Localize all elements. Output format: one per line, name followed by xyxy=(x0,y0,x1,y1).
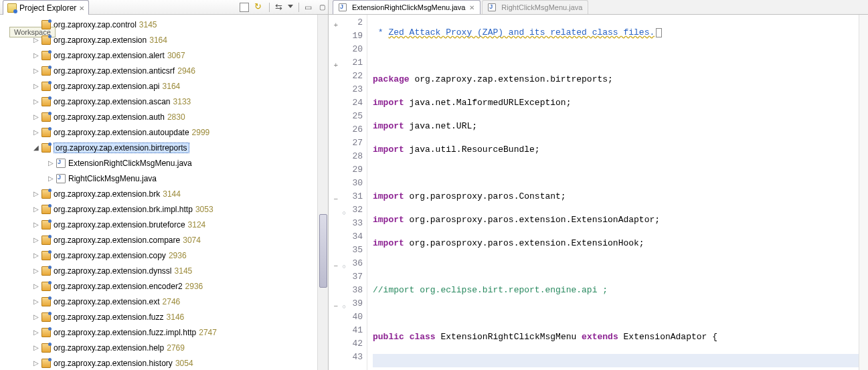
package-item[interactable]: org.zaproxy.zap.extension.anticsrf2946 xyxy=(0,63,328,78)
line-number: 28 xyxy=(329,150,363,163)
maximize-icon[interactable]: ▢ xyxy=(319,3,325,11)
package-item[interactable]: org.zaproxy.zap.extension.fuzz3146 xyxy=(0,309,328,325)
tab-extension-file[interactable]: ExtensionRightClickMsgMenu.java ✕ xyxy=(333,0,481,14)
collapse-all-icon[interactable] xyxy=(240,3,249,12)
tree-twist-icon[interactable] xyxy=(32,344,40,352)
project-tree[interactable]: org.zaproxy.zap.control3145org.zaproxy.z… xyxy=(0,15,328,370)
package-icon xyxy=(41,66,51,76)
annotation-icon xyxy=(339,260,346,266)
tree-twist-icon[interactable] xyxy=(32,252,40,260)
view-menu-icon[interactable] xyxy=(288,5,293,10)
package-item[interactable]: org.zaproxy.zap.extension.copy2936 xyxy=(0,248,328,263)
tab-label: ExtensionRightClickMsgMenu.java xyxy=(352,3,465,11)
tree-twist-icon[interactable] xyxy=(32,329,40,337)
close-icon[interactable]: ✕ xyxy=(79,5,84,12)
package-icon xyxy=(41,328,51,337)
tree-twist-icon[interactable] xyxy=(32,190,40,198)
item-revision: 3145 xyxy=(175,266,193,276)
package-item[interactable]: org.zaproxy.zap.extension.birtreports xyxy=(0,140,328,155)
link-editor-icon[interactable] xyxy=(254,3,264,12)
package-icon xyxy=(41,343,51,353)
tree-twist-icon[interactable] xyxy=(32,128,40,136)
item-revision: 2747 xyxy=(199,328,217,337)
package-icon xyxy=(41,82,51,91)
line-number: 40 xyxy=(329,310,363,324)
tree-twist-icon[interactable] xyxy=(47,175,55,183)
overview-ruler[interactable] xyxy=(859,15,868,370)
item-label: ExtensionRightClickMsgMenu.java xyxy=(68,159,192,168)
item-revision: 3053 xyxy=(195,205,213,214)
item-label: org.zaproxy.zap.extension.api xyxy=(54,82,160,91)
line-number: 21 xyxy=(329,56,363,70)
fold-toggle-icon[interactable] xyxy=(331,59,338,66)
item-label: org.zaproxy.zap.extension.help xyxy=(54,343,164,353)
line-number: 2 xyxy=(329,16,363,29)
fold-toggle-icon[interactable] xyxy=(331,300,338,306)
close-icon[interactable]: ✕ xyxy=(469,4,474,11)
java-file-icon xyxy=(488,3,496,11)
tree-twist-icon[interactable] xyxy=(32,313,40,321)
package-item[interactable]: org.zaproxy.zap.extension.history3054 xyxy=(0,355,328,370)
package-item[interactable]: org.zaproxy.zap.extension3164 xyxy=(0,32,328,48)
tree-twist-icon[interactable] xyxy=(32,52,40,60)
item-label: org.zaproxy.zap.extension.copy xyxy=(54,251,166,260)
package-item[interactable]: org.zaproxy.zap.extension.alert3067 xyxy=(0,48,328,63)
minimize-icon[interactable] xyxy=(305,3,314,12)
code-editor[interactable]: * Zed Attack Proxy (ZAP) and its related… xyxy=(367,15,868,370)
tree-twist-icon[interactable] xyxy=(47,159,55,167)
tree-twist-icon[interactable] xyxy=(32,67,40,75)
package-item[interactable]: org.zaproxy.zap.extension.encoder22936 xyxy=(0,278,328,294)
line-number: 35 xyxy=(329,244,363,257)
tree-twist-icon[interactable] xyxy=(32,98,40,106)
line-number: 29 xyxy=(329,163,363,177)
line-number: 26 xyxy=(329,123,363,136)
package-item[interactable]: org.zaproxy.zap.extension.ext2746 xyxy=(0,294,328,309)
tab-rightclick-file[interactable]: RightClickMsgMenu.java xyxy=(482,0,588,14)
fold-toggle-icon[interactable] xyxy=(331,193,338,199)
tree-twist-icon[interactable] xyxy=(32,298,40,306)
tree-twist-icon[interactable] xyxy=(32,82,40,90)
package-item[interactable]: org.zaproxy.zap.extension.brk.impl.http3… xyxy=(0,201,328,217)
package-item[interactable]: org.zaproxy.zap.extension.autoupdate2999 xyxy=(0,124,328,140)
item-revision: 2746 xyxy=(163,297,181,306)
line-number: 25 xyxy=(329,110,363,123)
line-number: 24 xyxy=(329,96,363,110)
tree-twist-icon[interactable] xyxy=(32,359,40,367)
item-revision: 2830 xyxy=(167,112,185,122)
project-explorer-tab[interactable]: Project Explorer ✕ xyxy=(3,0,89,15)
tab-label: RightClickMsgMenu.java xyxy=(501,3,582,11)
tree-twist-icon[interactable] xyxy=(32,267,40,275)
fold-marker-icon[interactable] xyxy=(656,28,662,37)
tree-twist-icon[interactable] xyxy=(32,221,40,229)
package-item[interactable]: org.zaproxy.zap.extension.compare3074 xyxy=(0,232,328,248)
package-item[interactable]: org.zaproxy.zap.extension.brk3144 xyxy=(0,186,328,201)
fold-toggle-icon[interactable] xyxy=(331,19,338,25)
file-item[interactable]: RightClickMsgMenu.java xyxy=(0,171,328,186)
package-icon xyxy=(41,51,51,60)
line-number: 42 xyxy=(329,337,363,351)
package-icon xyxy=(41,236,51,245)
package-item[interactable]: org.zaproxy.zap.extension.help2769 xyxy=(0,340,328,355)
file-item[interactable]: ExtensionRightClickMsgMenu.java xyxy=(0,155,328,171)
package-item[interactable]: org.zaproxy.zap.extension.api3164 xyxy=(0,78,328,94)
package-item[interactable]: org.zaproxy.zap.extension.auth2830 xyxy=(0,109,328,124)
tree-twist-icon[interactable] xyxy=(32,113,40,121)
item-revision: 3146 xyxy=(167,312,185,322)
item-revision: 3054 xyxy=(175,359,193,368)
package-item[interactable]: org.zaproxy.zap.extension.bruteforce3124 xyxy=(0,217,328,232)
package-item[interactable]: org.zaproxy.zap.extension.ascan3133 xyxy=(0,94,328,109)
java-file-icon xyxy=(56,174,66,183)
package-icon xyxy=(41,128,51,137)
fold-toggle-icon[interactable] xyxy=(331,260,338,266)
scrollbar-vertical[interactable] xyxy=(317,15,328,370)
focus-active-icon[interactable]: ⇆ xyxy=(275,2,282,12)
package-item[interactable]: org.zaproxy.zap.extension.dynssl3145 xyxy=(0,263,328,278)
tree-twist-icon[interactable] xyxy=(32,282,40,290)
package-item[interactable]: org.zaproxy.zap.extension.fuzz.impl.http… xyxy=(0,325,328,340)
scrollbar-thumb[interactable] xyxy=(319,214,327,288)
item-revision: 3144 xyxy=(163,189,181,199)
tree-twist-icon[interactable] xyxy=(32,144,40,152)
tree-twist-icon[interactable] xyxy=(32,236,40,244)
item-revision: 2936 xyxy=(169,251,187,260)
tree-twist-icon[interactable] xyxy=(32,205,40,213)
